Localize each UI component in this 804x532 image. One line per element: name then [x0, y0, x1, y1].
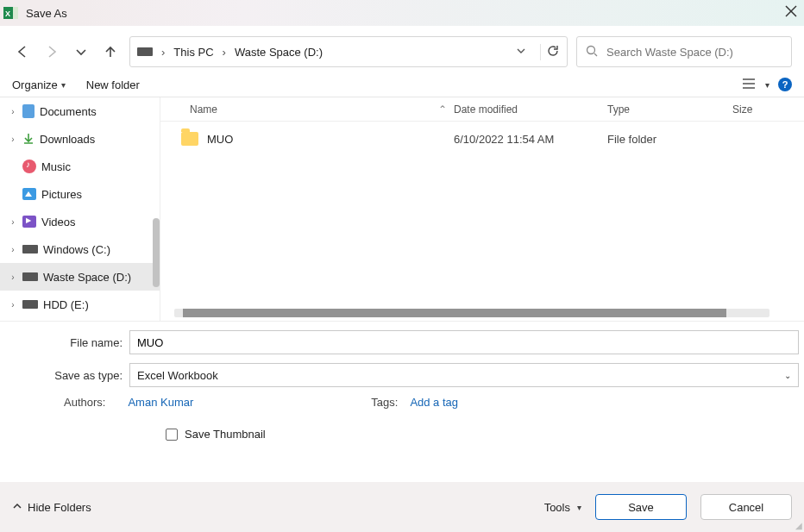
forward-button[interactable]	[41, 41, 62, 62]
sort-icon: ⌃	[438, 103, 454, 116]
save-button[interactable]: Save	[595, 494, 687, 520]
saveas-combobox[interactable]: Excel Workbook ⌄	[129, 363, 799, 387]
chevron-down-icon: ⌄	[784, 371, 791, 380]
filename-label: File name:	[5, 336, 129, 349]
search-box[interactable]	[576, 36, 792, 67]
chevron-up-icon	[12, 501, 22, 514]
drive-icon	[22, 272, 38, 281]
address-bar[interactable]: › This PC › Waste Space (D:)	[129, 36, 568, 67]
file-date: 6/10/2022 11:54 AM	[454, 133, 607, 146]
breadcrumb-waste-space[interactable]: Waste Space (D:)	[235, 46, 323, 59]
titlebar: X Save As	[0, 0, 804, 26]
column-type[interactable]: Type	[607, 103, 732, 116]
resize-grip[interactable]: ◢	[795, 521, 802, 530]
sidebar-item-label: Music	[41, 160, 71, 173]
sidebar-item-hdd-e[interactable]: › HDD (E:)	[0, 291, 160, 318]
new-folder-label: New folder	[86, 78, 140, 91]
authors-value[interactable]: Aman Kumar	[128, 396, 193, 409]
chevron-right-icon: ›	[9, 217, 17, 227]
nav-row: › This PC › Waste Space (D:)	[0, 26, 804, 74]
saveas-value: Excel Workbook	[137, 369, 218, 382]
sidebar-item-pictures[interactable]: Pictures	[0, 180, 160, 208]
file-row[interactable]: MUO 6/10/2022 11:54 AM File folder	[160, 122, 804, 156]
drive-icon	[22, 300, 38, 309]
sidebar-item-label: Documents	[40, 105, 97, 118]
drive-icon	[22, 245, 38, 253]
view-dropdown[interactable]: ▾	[765, 80, 769, 90]
chevron-right-icon: ›	[223, 46, 226, 59]
tools-label: Tools	[544, 501, 570, 514]
breadcrumb-this-pc[interactable]: This PC	[173, 46, 213, 59]
cancel-button[interactable]: Cancel	[700, 494, 792, 520]
sidebar-item-windows-c[interactable]: › Windows (C:)	[0, 235, 160, 263]
horizontal-scrollbar[interactable]	[174, 309, 769, 317]
window-title: Save As	[26, 7, 67, 20]
document-icon	[22, 104, 35, 118]
column-name[interactable]: Name⌃	[160, 103, 454, 116]
sidebar-item-label: HDD (E:)	[43, 298, 89, 311]
view-menu[interactable]	[743, 78, 757, 91]
sidebar-item-label: Downloads	[40, 133, 95, 146]
tools-menu[interactable]: Tools ▾	[544, 501, 581, 514]
new-folder-button[interactable]: New folder	[86, 78, 140, 91]
drive-icon	[137, 47, 153, 56]
content-area: › Documents › Downloads Music Pictures ›…	[0, 97, 804, 322]
thumbnail-label[interactable]: Save Thumbnail	[185, 428, 266, 441]
search-icon	[586, 45, 598, 59]
sidebar-item-label: Windows (C:)	[43, 243, 110, 256]
file-pane: Name⌃ Date modified Type Size MUO 6/10/2…	[160, 97, 804, 321]
svg-point-5	[587, 46, 595, 53]
save-properties: File name: Save as type: Excel Workbook …	[0, 322, 804, 441]
sidebar-item-label: Videos	[41, 216, 76, 228]
sidebar-item-music[interactable]: Music	[0, 153, 160, 180]
sidebar-item-documents[interactable]: › Documents	[0, 97, 160, 125]
hide-folders-label: Hide Folders	[28, 501, 91, 514]
search-input[interactable]	[606, 46, 782, 59]
organize-menu[interactable]: Organize ▾	[12, 78, 66, 91]
file-name: MUO	[207, 133, 233, 146]
column-headers: Name⌃ Date modified Type Size	[160, 97, 804, 122]
recent-dropdown[interactable]	[71, 41, 91, 62]
folder-icon	[181, 132, 198, 146]
column-size[interactable]: Size	[732, 103, 804, 116]
tags-value[interactable]: Add a tag	[410, 396, 458, 409]
download-icon	[22, 133, 35, 145]
column-label: Name	[190, 103, 217, 116]
chevron-right-icon: ›	[9, 272, 17, 282]
hide-folders-button[interactable]: Hide Folders	[12, 501, 91, 514]
chevron-right-icon: ›	[9, 107, 17, 116]
footer: Hide Folders Tools ▾ Save Cancel ◢	[0, 482, 804, 532]
chevron-down-icon: ▾	[61, 80, 66, 90]
back-button[interactable]	[12, 41, 33, 62]
help-button[interactable]: ?	[778, 78, 792, 91]
sidebar-item-label: Waste Space (D:)	[43, 271, 131, 284]
sidebar-item-videos[interactable]: › Videos	[0, 208, 160, 235]
chevron-right-icon: ›	[9, 135, 17, 144]
chevron-right-icon: ›	[161, 46, 165, 59]
video-icon	[22, 216, 36, 228]
sidebar-item-waste-space-d[interactable]: › Waste Space (D:)	[0, 263, 160, 291]
toolbar: Organize ▾ New folder ▾ ?	[0, 74, 804, 97]
thumbnail-checkbox[interactable]	[166, 429, 178, 441]
close-button[interactable]	[785, 5, 797, 20]
sidebar-item-downloads[interactable]: › Downloads	[0, 125, 160, 153]
saveas-label: Save as type:	[5, 369, 129, 382]
authors-label: Authors:	[64, 396, 105, 409]
tags-label: Tags:	[371, 396, 398, 409]
excel-icon: X	[3, 5, 19, 21]
filename-input[interactable]	[129, 330, 799, 354]
sidebar: › Documents › Downloads Music Pictures ›…	[0, 97, 160, 321]
picture-icon	[22, 188, 36, 200]
chevron-right-icon: ›	[9, 245, 17, 254]
column-date[interactable]: Date modified	[454, 103, 607, 116]
address-dropdown[interactable]	[516, 46, 531, 59]
refresh-button[interactable]	[540, 44, 560, 60]
svg-rect-2	[13, 7, 18, 19]
sidebar-item-label: Pictures	[41, 188, 82, 201]
sidebar-scrollbar[interactable]	[153, 218, 160, 287]
svg-line-6	[594, 53, 597, 56]
music-icon	[22, 160, 36, 173]
chevron-down-icon: ▾	[577, 503, 581, 512]
organize-label: Organize	[12, 78, 58, 91]
up-button[interactable]	[100, 41, 121, 62]
